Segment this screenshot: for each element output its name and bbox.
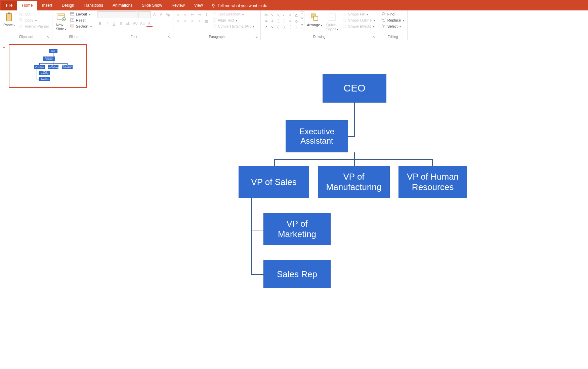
new-slide-button[interactable]: New Slide bbox=[54, 11, 68, 32]
shape-rbracket-icon[interactable]: } bbox=[294, 24, 299, 30]
shape-connector2-icon[interactable]: ↘ bbox=[269, 24, 275, 30]
convert-smartart-button[interactable]: Convert to SmartArt bbox=[211, 24, 255, 29]
gallery-down-icon[interactable]: ▾ bbox=[300, 17, 304, 23]
shape-elbow-icon[interactable]: ⌐ bbox=[282, 12, 287, 17]
line-spacing-button[interactable]: ‡ bbox=[204, 11, 210, 17]
vertical-ruler bbox=[94, 40, 100, 369]
tab-review[interactable]: Review bbox=[167, 1, 189, 10]
italic-button[interactable]: I bbox=[104, 21, 110, 27]
shape-connector1-icon[interactable]: ↗ bbox=[263, 24, 269, 30]
paste-button[interactable]: Paste bbox=[2, 11, 16, 28]
shape-line-icon[interactable]: ＼ bbox=[269, 12, 275, 17]
gallery-up-icon[interactable]: ▴ bbox=[300, 12, 304, 17]
align-left-button[interactable]: ≡ bbox=[175, 18, 181, 24]
shape-callout-icon[interactable]: ◇ bbox=[294, 18, 299, 24]
clear-format-button[interactable]: Aρ bbox=[165, 11, 171, 17]
replace-button[interactable]: abac Replace bbox=[380, 17, 405, 23]
new-slide-icon bbox=[56, 12, 66, 22]
decrease-font-button[interactable]: A bbox=[158, 11, 164, 17]
shapes-gallery-scroll[interactable]: ▴ ▾ ▾ bbox=[300, 11, 304, 30]
shape-lbrace-icon[interactable]: { bbox=[276, 18, 281, 24]
find-button[interactable]: Find bbox=[380, 11, 405, 17]
char-spacing-button[interactable]: AV bbox=[132, 21, 138, 27]
brush-icon bbox=[18, 24, 23, 29]
tab-home[interactable]: Home bbox=[17, 1, 37, 10]
shape-star-icon[interactable]: ☆ bbox=[288, 18, 293, 24]
justify-button[interactable]: ≡ bbox=[197, 18, 203, 24]
shape-oval-icon[interactable]: ○ bbox=[288, 12, 293, 17]
shape-effects-label: Shape Effects bbox=[348, 24, 371, 28]
tab-animations[interactable]: Animations bbox=[108, 1, 137, 10]
increase-indent-button[interactable]: ⇥ bbox=[197, 11, 203, 17]
tab-view[interactable]: View bbox=[190, 1, 208, 10]
cut-button[interactable]: Cut bbox=[17, 11, 50, 17]
shape-arrowr-icon[interactable]: ⇨ bbox=[263, 18, 269, 24]
tell-me-box[interactable]: Tell me what you want to do bbox=[208, 1, 271, 10]
org-connector bbox=[354, 152, 355, 159]
svg-rect-1 bbox=[7, 13, 12, 21]
shape-effects-button[interactable]: Shape Effects bbox=[341, 24, 376, 29]
decrease-indent-button[interactable]: ⇤ bbox=[190, 11, 196, 17]
org-node-vp-mfg[interactable]: VP of Manufacturing bbox=[318, 166, 390, 198]
font-name-selector[interactable] bbox=[97, 11, 137, 18]
org-node-vp-sales[interactable]: VP of Sales bbox=[239, 166, 309, 198]
copy-icon bbox=[18, 18, 23, 23]
underline-button[interactable]: U bbox=[111, 21, 117, 27]
section-button[interactable]: Section bbox=[69, 24, 93, 29]
shape-lbracket-icon[interactable]: { bbox=[288, 24, 293, 30]
svg-rect-8 bbox=[58, 15, 64, 16]
org-node-sales-rep[interactable]: Sales Rep bbox=[263, 260, 331, 288]
strikethrough-button[interactable]: S bbox=[118, 21, 124, 27]
svg-rect-11 bbox=[71, 13, 74, 14]
slide-canvas[interactable]: CEO Executive Assistant VP of Sales VP o… bbox=[94, 40, 588, 369]
tab-insert[interactable]: Insert bbox=[37, 1, 57, 10]
shape-arrowd-icon[interactable]: ⇩ bbox=[269, 18, 275, 24]
shape-lparen-icon[interactable]: ( bbox=[276, 24, 281, 30]
org-node-assistant[interactable]: Executive Assistant bbox=[286, 120, 348, 152]
shape-outline-button[interactable]: Shape Outline bbox=[341, 17, 376, 23]
numbering-button[interactable]: ≡ bbox=[182, 11, 188, 17]
org-node-vp-marketing[interactable]: VP of Marketing bbox=[263, 213, 331, 245]
align-right-button[interactable]: ≡ bbox=[190, 18, 196, 24]
format-painter-button[interactable]: Format Painter bbox=[17, 24, 50, 29]
font-size-selector[interactable] bbox=[138, 11, 151, 18]
group-clipboard: Paste Cut Copy Format Painter Clipboard bbox=[0, 10, 52, 40]
font-color-button[interactable]: A bbox=[146, 21, 153, 27]
select-button[interactable]: Select bbox=[380, 24, 405, 29]
shape-rparen-icon[interactable]: ) bbox=[282, 24, 287, 30]
arrange-button[interactable]: Arrange bbox=[306, 11, 324, 28]
reset-button[interactable]: Reset bbox=[69, 17, 93, 23]
org-node-vp-hr[interactable]: VP of Human Resources bbox=[398, 166, 467, 198]
shape-rbrace-icon[interactable]: } bbox=[282, 18, 287, 24]
layout-button[interactable]: Layout bbox=[69, 11, 93, 17]
bullets-button[interactable]: ≡ bbox=[175, 11, 181, 17]
change-case-button[interactable]: Aa bbox=[139, 21, 145, 27]
quick-styles-button[interactable]: Quick Styles bbox=[325, 11, 340, 32]
slide-number: 1 bbox=[3, 44, 7, 88]
increase-font-button[interactable]: A bbox=[152, 11, 158, 17]
tab-design[interactable]: Design bbox=[57, 1, 79, 10]
shape-triangle-icon[interactable]: △ bbox=[294, 12, 299, 17]
svg-rect-22 bbox=[343, 19, 346, 22]
org-node-ceo[interactable]: CEO bbox=[323, 74, 386, 103]
tab-slideshow[interactable]: Slide Show bbox=[137, 1, 167, 10]
columns-button[interactable]: ▥ bbox=[204, 18, 210, 24]
copy-button[interactable]: Copy bbox=[17, 17, 50, 23]
align-text-button[interactable]: Align Text bbox=[211, 17, 255, 23]
bold-button[interactable]: B bbox=[97, 21, 103, 27]
text-direction-button[interactable]: Text Direction bbox=[211, 11, 255, 17]
shape-line2-icon[interactable]: ＼ bbox=[276, 12, 281, 17]
align-center-button[interactable]: ≡ bbox=[182, 18, 188, 24]
shape-rect-icon[interactable]: ▭ bbox=[263, 12, 269, 17]
thumb-node-vphr: VP of Human Resources bbox=[62, 65, 73, 69]
tab-transitions[interactable]: Transitions bbox=[79, 1, 108, 10]
gallery-more-icon[interactable]: ▾ bbox=[300, 23, 304, 29]
shape-fill-button[interactable]: Shape Fill bbox=[341, 11, 376, 17]
quick-styles-icon bbox=[327, 12, 337, 22]
align-text-label: Align Text bbox=[218, 18, 234, 22]
shadow-button[interactable]: ab bbox=[125, 21, 131, 27]
tab-file[interactable]: File bbox=[1, 1, 17, 10]
slide-thumbnail-1[interactable]: CEO Executive Assistant VP of Sales VP o… bbox=[9, 44, 87, 88]
shapes-gallery[interactable]: ▭ ＼ ＼ ⌐ ○ △ ⇨ ⇩ { } ☆ ◇ ↗ ↘ ( ) { bbox=[263, 11, 300, 30]
slide-thumbnail-panel[interactable]: 1 CEO Executive Assistant VP of Sales VP… bbox=[0, 40, 94, 369]
